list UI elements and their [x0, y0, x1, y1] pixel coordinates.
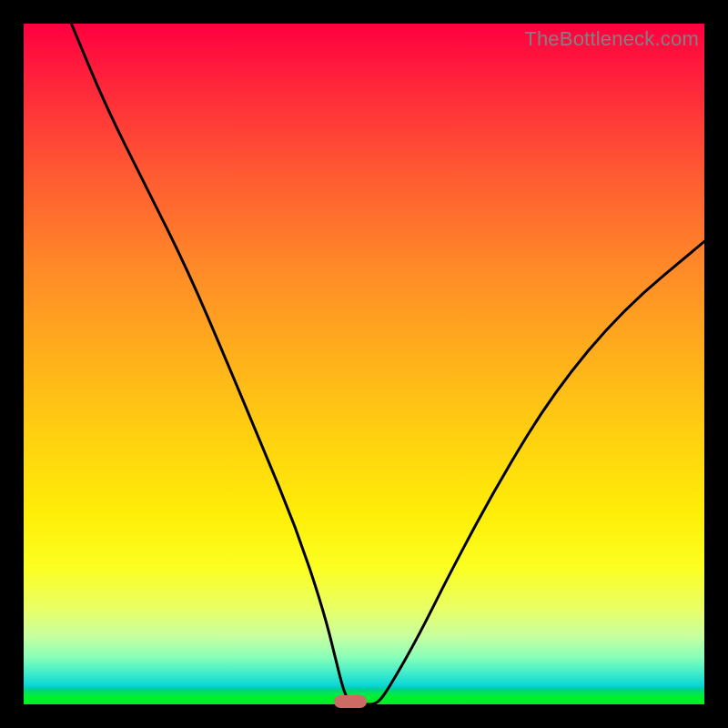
chart-frame: TheBottleneck.com	[0, 0, 728, 728]
optimal-marker	[334, 695, 367, 708]
curve-path	[71, 24, 704, 704]
plot-area: TheBottleneck.com	[24, 24, 704, 704]
bottleneck-curve	[24, 24, 704, 704]
